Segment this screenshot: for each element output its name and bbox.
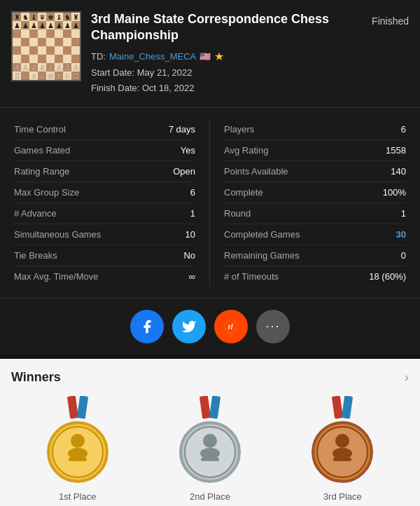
stats-grid: Time Control7 daysGames RatedYesRating R… <box>14 119 406 287</box>
stat-label: # of Timeouts <box>224 271 279 282</box>
stat-row: Rating RangeOpen <box>14 161 195 182</box>
stat-row: Games RatedYes <box>14 140 195 161</box>
reddit-button[interactable]: r/ <box>214 310 248 343</box>
stat-value: 7 days <box>169 124 195 135</box>
finish-date-label: Finish Date: <box>91 83 139 93</box>
stat-value: 0 <box>401 250 406 261</box>
svg-point-6 <box>71 434 85 448</box>
svg-point-14 <box>203 434 217 448</box>
svg-rect-18 <box>332 396 343 419</box>
status-badge: Finished <box>372 14 409 27</box>
stat-label: Round <box>224 208 251 219</box>
tournament-info: 3rd Maine State Correspondence Chess Cha… <box>91 11 362 96</box>
social-section: r/ ··· <box>0 299 420 359</box>
winners-title: Winners <box>11 370 61 385</box>
flag-icon: 🇺🇸 <box>200 51 211 62</box>
stat-label: Avg Rating <box>224 145 268 156</box>
stat-value: 18 (60%) <box>369 271 406 282</box>
stat-label: Simultaneous Games <box>14 229 101 240</box>
bronze-medal <box>297 396 388 487</box>
stats-right-col: Players6Avg Rating1558Points Available14… <box>210 119 406 287</box>
gold-medal <box>32 396 123 487</box>
svg-rect-17 <box>201 458 219 461</box>
stat-value: Open <box>173 166 195 177</box>
svg-rect-9 <box>69 458 87 461</box>
stat-value: 6 <box>190 187 195 198</box>
silver-medal <box>164 396 255 487</box>
start-date-label: Start Date: <box>91 67 134 78</box>
stat-label: Remaining Games <box>224 250 300 261</box>
svg-rect-16 <box>204 453 216 458</box>
stats-section: Time Control7 daysGames RatedYesRating R… <box>0 108 420 299</box>
first-place-label: 1st Place <box>59 491 96 502</box>
stat-value: 1 <box>190 208 195 219</box>
stat-value: 6 <box>401 124 406 135</box>
facebook-button[interactable] <box>130 310 164 343</box>
header-right: Finished <box>372 11 409 27</box>
stat-row: Time Control7 days <box>14 119 195 140</box>
stat-value: Yes <box>181 145 195 156</box>
start-date: May 21, 2022 <box>137 67 192 78</box>
tournament-title: 3rd Maine State Correspondence Chess Cha… <box>91 11 362 44</box>
star-icon[interactable]: ★ <box>214 50 224 63</box>
stat-value: No <box>183 250 195 261</box>
svg-rect-8 <box>71 453 84 458</box>
third-place-label: 3rd Place <box>323 491 362 502</box>
chevron-right-icon[interactable]: › <box>405 370 409 385</box>
twitter-button[interactable] <box>172 310 206 343</box>
chess-board-thumbnail: ♜ ♞ ♝ ♛ ♚ ♝ ♞ ♜ ♟ ♟ ♟ ♟ ♟ ♟ ♟ ♟ <box>11 11 81 81</box>
stat-label: Time Control <box>14 124 66 135</box>
svg-rect-24 <box>336 453 349 458</box>
second-place-item: 2nd Place <box>154 396 266 502</box>
td-name[interactable]: Maine_Chess_MECA <box>109 51 196 62</box>
svg-rect-10 <box>200 396 211 419</box>
stat-row: # Advance1 <box>14 203 195 224</box>
stat-value: 140 <box>391 166 406 177</box>
stat-label: Tie Breaks <box>14 250 57 261</box>
stat-label: # Advance <box>14 208 57 219</box>
stat-value: ∞ <box>189 271 195 282</box>
td-row: TD: Maine_Chess_MECA 🇺🇸 ★ <box>91 50 362 63</box>
svg-rect-11 <box>209 396 220 419</box>
third-place-item: 3rd Place <box>286 396 398 502</box>
stat-row: Simultaneous Games10 <box>14 224 195 245</box>
stat-label: Players <box>224 124 254 135</box>
stat-label: Completed Games <box>224 229 300 240</box>
svg-text:r/: r/ <box>227 322 232 331</box>
medals-row: 1st Place 2nd Place <box>11 396 409 502</box>
stat-row: Completed Games30 <box>224 224 406 245</box>
stat-row: Tie BreaksNo <box>14 245 195 266</box>
stat-row: Max Group Size6 <box>14 182 195 203</box>
stat-value: 10 <box>186 229 195 240</box>
stat-row: # of Timeouts18 (60%) <box>224 266 406 287</box>
td-label: TD: <box>91 51 106 62</box>
svg-rect-19 <box>342 396 353 419</box>
tournament-header: ♜ ♞ ♝ ♛ ♚ ♝ ♞ ♜ ♟ ♟ ♟ ♟ ♟ ♟ ♟ ♟ <box>0 0 420 108</box>
svg-point-22 <box>335 434 349 448</box>
winners-header: Winners › <box>11 370 409 385</box>
more-button[interactable]: ··· <box>256 310 290 343</box>
svg-rect-2 <box>66 396 78 419</box>
stats-left-col: Time Control7 daysGames RatedYesRating R… <box>14 119 210 287</box>
stat-value: 1558 <box>386 145 406 156</box>
stat-row: Complete100% <box>224 182 406 203</box>
stat-label: Max Group Size <box>14 187 79 198</box>
stat-value: 1 <box>401 208 406 219</box>
stat-row: Round1 <box>224 203 406 224</box>
stat-row: Avg Rating1558 <box>224 140 406 161</box>
stat-value: 100% <box>383 187 406 198</box>
stat-row: Players6 <box>224 119 406 140</box>
winners-section: Winners › 1st Place <box>0 359 420 506</box>
stat-label: Points Available <box>224 166 288 177</box>
stat-row: Max Avg. Time/Move∞ <box>14 266 195 287</box>
stat-row: Points Available140 <box>224 161 406 182</box>
svg-rect-25 <box>333 458 351 461</box>
svg-rect-3 <box>76 396 88 419</box>
stat-label: Rating Range <box>14 166 70 177</box>
first-place-item: 1st Place <box>22 396 134 502</box>
stat-row: Remaining Games0 <box>224 245 406 266</box>
finish-date: Oct 18, 2022 <box>142 83 194 93</box>
stat-value: 30 <box>396 229 406 240</box>
stat-label: Max Avg. Time/Move <box>14 271 98 282</box>
second-place-label: 2nd Place <box>190 491 230 502</box>
